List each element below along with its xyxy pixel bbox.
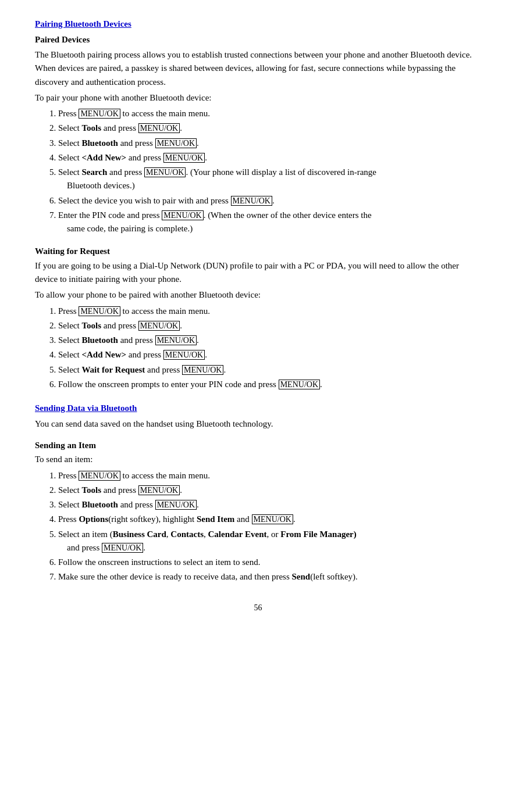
menu-key: MENU/OK — [182, 365, 223, 375]
menu-key: MENU/OK — [79, 471, 120, 481]
section-sending-data: Sending Data via Bluetooth You can send … — [35, 402, 481, 584]
list-item: Select <Add New> and press MENU/OK. — [58, 151, 481, 164]
bold-label: Bluetooth — [81, 335, 118, 345]
list-item: Follow the onscreen prompts to enter you… — [58, 378, 481, 391]
bold-label: Send Item — [197, 514, 234, 524]
bold-label: Tools — [81, 485, 101, 495]
section1-steps: Press MENU/OK to access the main menu. S… — [58, 107, 481, 235]
menu-key: MENU/OK — [252, 514, 293, 524]
section2-steps: Press MENU/OK to access the main menu. S… — [58, 305, 481, 392]
menu-key: MENU/OK — [79, 109, 120, 119]
section2-heading: Waiting for Request — [35, 245, 481, 258]
list-item: Select Search and press MENU/OK. (Your p… — [58, 166, 481, 193]
section1-heading: Paired Devices — [35, 33, 481, 46]
list-item: Make sure the other device is ready to r… — [58, 570, 481, 584]
bold-label: Calendar Event — [208, 530, 267, 539]
bold-label: Search — [81, 167, 107, 177]
section3-intro: You can send data saved on the handset u… — [35, 417, 481, 431]
list-item: Press Options(right softkey), highlight … — [58, 513, 481, 526]
list-item: Select Wait for Request and press MENU/O… — [58, 363, 481, 377]
page-title: Pairing Bluetooth Devices — [35, 17, 481, 31]
menu-key: MENU/OK — [138, 123, 180, 133]
bold-label: Wait for Request — [81, 365, 145, 374]
section1-subheading: To pair your phone with another Bluetoot… — [35, 91, 481, 105]
menu-key: MENU/OK — [155, 138, 197, 148]
list-item: Select the device you wish to pair with … — [58, 194, 481, 208]
menu-key: MENU/OK — [138, 485, 180, 495]
list-item: Select Tools and press MENU/OK. — [58, 319, 481, 332]
section2-intro: If you are going to be using a Dial-Up N… — [35, 259, 481, 287]
menu-key: MENU/OK — [144, 167, 186, 177]
bold-label: Options — [79, 514, 108, 524]
section3-heading: Sending Data via Bluetooth — [35, 402, 481, 415]
menu-key: MENU/OK — [231, 196, 272, 206]
menu-key: MENU/OK — [162, 210, 203, 220]
list-item: Select Bluetooth and press MENU/OK. — [58, 334, 481, 347]
bold-label: Bluetooth — [81, 500, 118, 509]
bold-label: <Add New> — [81, 350, 126, 359]
list-item: Select an item (Business Card, Contacts,… — [58, 528, 481, 555]
list-item: Follow the onscreen instructions to sele… — [58, 556, 481, 569]
page-number: 56 — [35, 602, 481, 614]
list-item: Select Tools and press MENU/OK. — [58, 484, 481, 497]
bold-label: Bluetooth — [81, 138, 118, 148]
list-item: Select Bluetooth and press MENU/OK. — [58, 137, 481, 150]
bold-label: Business Card — [113, 530, 166, 539]
menu-key: MENU/OK — [163, 350, 205, 360]
menu-key: MENU/OK — [155, 335, 197, 345]
list-item: Press MENU/OK to access the main menu. — [58, 469, 481, 482]
list-item: Select Bluetooth and press MENU/OK. — [58, 498, 481, 511]
menu-key: MENU/OK — [163, 153, 205, 163]
section3-subheading: Sending an Item — [35, 439, 481, 452]
section2-subheading: To allow your phone to be paired with an… — [35, 288, 481, 302]
bold-label: <Add New> — [81, 153, 126, 162]
bold-label: From File Manager) — [280, 530, 357, 539]
bold-label: Send — [292, 572, 311, 581]
menu-key: MENU/OK — [155, 500, 197, 510]
section1-intro: The Bluetooth pairing process allows you… — [35, 48, 481, 89]
section-paired-devices: Paired Devices The Bluetooth pairing pro… — [35, 33, 481, 236]
menu-key: MENU/OK — [79, 306, 120, 316]
list-item: Press MENU/OK to access the main menu. — [58, 107, 481, 120]
section-waiting-for-request: Waiting for Request If you are going to … — [35, 245, 481, 391]
menu-key: MENU/OK — [279, 380, 320, 389]
bold-label: Tools — [81, 123, 101, 133]
list-item: Select <Add New> and press MENU/OK. — [58, 348, 481, 362]
list-item: Press MENU/OK to access the main menu. — [58, 305, 481, 318]
menu-key: MENU/OK — [138, 321, 180, 331]
section3-subheading2: To send an item: — [35, 453, 481, 466]
section3-steps: Press MENU/OK to access the main menu. S… — [58, 469, 481, 584]
bold-label: Contacts — [170, 530, 204, 539]
list-item: Enter the PIN code and press MENU/OK. (W… — [58, 209, 481, 236]
list-item: Select Tools and press MENU/OK. — [58, 121, 481, 135]
bold-label: Tools — [81, 321, 101, 330]
menu-key: MENU/OK — [102, 543, 143, 553]
